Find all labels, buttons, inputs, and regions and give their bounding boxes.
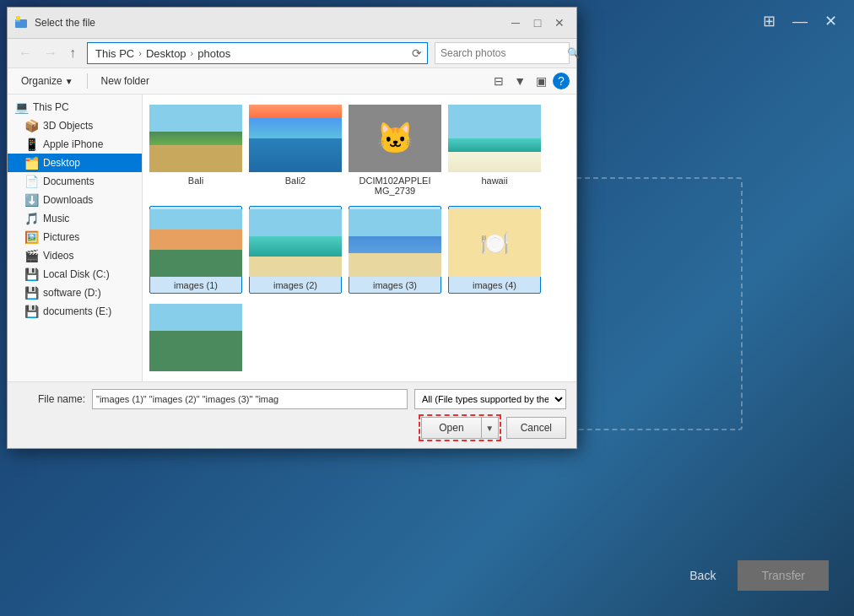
tree-item-apple-iphone[interactable]: 📱 Apple iPhone (8, 135, 142, 154)
view-icon-button[interactable]: ⊟ (489, 72, 508, 90)
crumb-desktop[interactable]: Desktop (143, 46, 189, 61)
file-thumb-dcim: 🐱 (349, 105, 441, 172)
file-dialog: Select the file ─ □ ✕ ← → ↑ This PC › De… (7, 7, 577, 449)
minimize-icon[interactable]: — (792, 13, 808, 30)
filename-input[interactable] (92, 389, 408, 409)
tree-item-documents-e[interactable]: 💾 documents (E:) (8, 302, 142, 321)
file-thumb-hawaii (448, 105, 541, 172)
downloads-icon: ⬇️ (24, 193, 39, 207)
dialog-title: Select the file (35, 17, 504, 29)
this-pc-icon: 💻 (14, 100, 29, 114)
music-label: Music (43, 213, 69, 224)
file-thumb-bali (149, 105, 242, 172)
3d-objects-label: 3D Objects (43, 120, 93, 132)
documents-e-label: documents (E:) (43, 305, 111, 317)
videos-label: Videos (43, 250, 73, 262)
file-thumb-images3 (349, 209, 441, 277)
file-item-bali2[interactable]: Bali2 (249, 101, 342, 199)
pane-toggle-button[interactable]: ▣ (532, 72, 551, 90)
dialog-bottom: File name: All (File types supported by … (8, 382, 576, 448)
tree-item-this-pc[interactable]: 💻 This PC (8, 98, 142, 116)
file-thumb-bali2 (249, 105, 342, 172)
open-button[interactable]: Open (421, 417, 481, 439)
view-dropdown-button[interactable]: ▼ (510, 72, 530, 90)
dialog-maximize-button[interactable]: □ (527, 13, 548, 33)
address-refresh-icon[interactable]: ⟳ (412, 46, 422, 60)
documents-label: Documents (43, 176, 95, 187)
open-dropdown-button[interactable]: ▼ (482, 417, 499, 439)
crumb-photos[interactable]: photos (195, 46, 233, 61)
file-item-images4[interactable]: 🍽️ images (4) (448, 206, 541, 294)
crumb-sep-1: › (138, 48, 142, 58)
transfer-button[interactable]: Transfer (738, 560, 829, 591)
filename-row: File name: All (File types supported by … (18, 389, 566, 409)
command-bar: Organize ▼ New folder ⊟ ▼ ▣ ? (8, 68, 576, 95)
tree-item-3d-objects[interactable]: 📦 3D Objects (8, 116, 142, 135)
file-item-bali[interactable]: Bali (149, 101, 242, 199)
tree-item-documents[interactable]: 📄 Documents (8, 172, 142, 191)
documents-e-icon: 💾 (24, 305, 39, 318)
downloads-label: Downloads (43, 194, 93, 206)
tree-item-pictures[interactable]: 🖼️ Pictures (8, 228, 142, 246)
nav-back-button[interactable]: ← (14, 43, 36, 63)
file-item-images1[interactable]: images (1) (149, 206, 242, 294)
search-icon: 🔍 (567, 47, 580, 59)
filename-label: File name: (18, 393, 85, 405)
address-breadcrumb: This PC › Desktop › photos (93, 46, 233, 61)
file-name-bali: Bali (188, 176, 203, 186)
file-name-dcim: DCIM102APPLEIMG_2739 (359, 176, 431, 196)
organize-button[interactable]: Organize ▼ (14, 73, 80, 89)
nav-forward-button[interactable]: → (40, 43, 62, 63)
filetype-select[interactable]: All (File types supported by the (414, 389, 566, 409)
crumb-sep-2: › (191, 48, 194, 58)
file-name-images3: images (3) (373, 280, 417, 290)
app-close-icon[interactable]: ✕ (824, 12, 837, 30)
file-name-images2: images (2) (273, 280, 317, 290)
file-item-hawaii[interactable]: hawaii (448, 101, 541, 199)
tree-item-downloads[interactable]: ⬇️ Downloads (8, 191, 142, 209)
tree-item-desktop[interactable]: 🗂️ Desktop (8, 154, 142, 172)
dialog-icon (14, 15, 30, 30)
tree-item-local-disk[interactable]: 💾 Local Disk (C:) (8, 265, 142, 284)
file-item-images2[interactable]: images (2) (249, 206, 342, 294)
dialog-minimize-button[interactable]: ─ (505, 13, 526, 33)
open-button-container: Open ▼ (419, 414, 500, 441)
file-thumb-images2 (249, 209, 342, 277)
music-icon: 🎵 (24, 212, 39, 225)
crumb-this-pc[interactable]: This PC (93, 46, 137, 61)
grid-icon[interactable]: ⊞ (763, 12, 776, 30)
file-item-images3[interactable]: images (3) (349, 206, 441, 294)
software-d-icon: 💾 (24, 286, 39, 300)
cancel-button[interactable]: Cancel (506, 417, 566, 439)
search-box[interactable]: 🔍 (435, 42, 570, 64)
file-grid: Bali Bali2 🐱 DCIM102APPLEIMG_2739 hawaii… (143, 95, 576, 381)
file-name-images1: images (1) (174, 280, 218, 290)
nav-up-button[interactable]: ↑ (65, 43, 80, 63)
file-item-dcim[interactable]: 🐱 DCIM102APPLEIMG_2739 (349, 101, 441, 199)
taskbar-icons: ⊞ — ✕ (763, 12, 837, 30)
desktop-label: Desktop (43, 157, 80, 169)
iphone-icon: 📱 (24, 138, 39, 151)
dialog-close-button[interactable]: ✕ (549, 13, 570, 33)
toolbar-divider (87, 73, 88, 89)
tree-item-music[interactable]: 🎵 Music (8, 209, 142, 228)
software-d-label: software (D:) (43, 287, 101, 299)
file-name-hawaii: hawaii (481, 176, 507, 186)
new-folder-button[interactable]: New folder (95, 73, 156, 89)
file-thumb-images4: 🍽️ (448, 209, 541, 277)
tree-item-software-d[interactable]: 💾 software (D:) (8, 284, 142, 302)
local-disk-icon: 💾 (24, 267, 39, 281)
address-bar[interactable]: This PC › Desktop › photos ⟳ (87, 42, 428, 64)
help-button[interactable]: ? (553, 73, 570, 89)
file-name-bali2: Bali2 (285, 176, 305, 186)
tree-item-videos[interactable]: 🎬 Videos (8, 246, 142, 265)
search-input[interactable] (441, 47, 567, 59)
desktop-icon: 🗂️ (24, 156, 39, 170)
iphone-label: Apple iPhone (43, 138, 103, 150)
back-button[interactable]: Back (676, 562, 729, 589)
file-thumb-images1 (149, 209, 242, 277)
dialog-toolbar: ← → ↑ This PC › Desktop › photos ⟳ 🔍 (8, 39, 576, 68)
svg-rect-2 (16, 16, 20, 20)
view-buttons: ⊟ ▼ ▣ ? (489, 72, 570, 90)
file-item-more[interactable] (149, 300, 242, 375)
